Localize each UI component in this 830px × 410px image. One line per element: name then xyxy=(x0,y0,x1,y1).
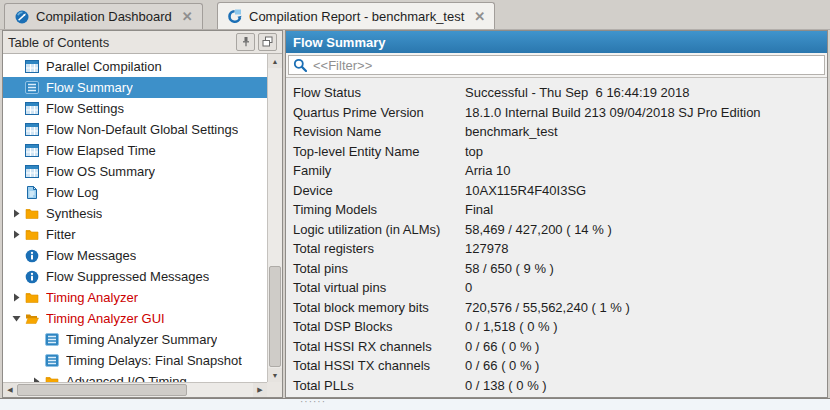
tab-label: Compilation Dashboard xyxy=(36,9,172,24)
toc-item-label: Flow Non-Default Global Settings xyxy=(46,122,238,137)
report-row-value: 0 xyxy=(465,280,472,295)
report-row-total-dsp-blocks[interactable]: Total DSP Blocks0 / 1,518 ( 0 % ) xyxy=(286,317,827,337)
tab-compilation-report[interactable]: Compilation Report - benchmark_test ✕ xyxy=(217,2,495,29)
toc-item-flow-non-default-global-settings[interactable]: Flow Non-Default Global Settings xyxy=(3,119,267,140)
tab-label: Compilation Report - benchmark_test xyxy=(249,9,464,24)
scroll-down-button[interactable]: ▼ xyxy=(268,368,282,382)
report-row-value: Final xyxy=(465,202,493,217)
bottom-dock-edge: ······ xyxy=(0,398,830,410)
report-list-icon xyxy=(45,333,60,346)
expand-collapsed-icon[interactable] xyxy=(7,230,25,239)
vertical-scroll-thumb[interactable] xyxy=(269,266,281,367)
info-icon xyxy=(25,249,40,263)
report-row-label: Total pins xyxy=(286,261,465,276)
filter-box[interactable] xyxy=(288,55,825,75)
report-row-value: top xyxy=(465,144,483,159)
report-row-total-virtual-pins[interactable]: Total virtual pins0 xyxy=(286,278,827,298)
toc-item-flow-elapsed-time[interactable]: Flow Elapsed Time xyxy=(3,140,267,161)
toc-item-flow-messages[interactable]: Flow Messages xyxy=(3,245,267,266)
expand-collapsed-icon[interactable] xyxy=(7,209,25,218)
splitter-grip[interactable]: ······ xyxy=(300,396,326,407)
float-panel-button[interactable] xyxy=(258,33,277,51)
filter-input[interactable] xyxy=(311,57,820,74)
toc-item-timing-analyzer-summary[interactable]: Timing Analyzer Summary xyxy=(3,329,267,350)
compilation-report-icon xyxy=(227,8,243,24)
report-row-value: 0 / 66 ( 0 % ) xyxy=(465,358,539,373)
report-row-value: 58 / 650 ( 9 % ) xyxy=(465,261,554,276)
tab-close-icon[interactable]: ✕ xyxy=(474,9,485,24)
report-row-total-registers[interactable]: Total registers127978 xyxy=(286,239,827,259)
toc-item-flow-summary[interactable]: Flow Summary xyxy=(3,77,267,98)
toc-item-label: Flow Suppressed Messages xyxy=(46,269,209,284)
search-icon xyxy=(293,58,307,72)
report-row-value: 0 / 138 ( 0 % ) xyxy=(465,378,547,393)
report-row-label: Logic utilization (in ALMs) xyxy=(286,222,465,237)
report-row-label: Device xyxy=(286,183,465,198)
report-row-top-level-entity-name[interactable]: Top-level Entity Nametop xyxy=(286,142,827,162)
report-row-total-block-memory-bits[interactable]: Total block memory bits720,576 / 55,562,… xyxy=(286,298,827,318)
folder-icon xyxy=(25,207,40,220)
flow-summary-table: Flow StatusSuccessful - Thu Sep 6 16:44:… xyxy=(286,78,827,397)
report-row-total-hssi-tx-channels[interactable]: Total HSSI TX channels0 / 66 ( 0 % ) xyxy=(286,356,827,376)
toc-item-label: Flow OS Summary xyxy=(46,164,155,179)
report-row-logic-utilization-in-alms[interactable]: Logic utilization (in ALMs)58,469 / 427,… xyxy=(286,220,827,240)
toc-item-label: Synthesis xyxy=(46,206,102,221)
report-row-family[interactable]: FamilyArria 10 xyxy=(286,161,827,181)
toc-item-label: Flow Log xyxy=(46,185,99,200)
report-row-device[interactable]: Device10AX115R4F40I3SG xyxy=(286,181,827,201)
toc-item-label: Flow Settings xyxy=(46,101,124,116)
quartus-report-window: Compilation Dashboard ✕ Compilation Repo… xyxy=(0,0,830,410)
toc-item-synthesis[interactable]: Synthesis xyxy=(3,203,267,224)
scroll-up-button[interactable]: ▲ xyxy=(268,54,282,68)
report-row-revision-name[interactable]: Revision Namebenchmark_test xyxy=(286,122,827,142)
toc-item-label: Flow Messages xyxy=(46,248,136,263)
table-icon xyxy=(25,165,40,178)
report-row-total-pins[interactable]: Total pins58 / 650 ( 9 % ) xyxy=(286,259,827,279)
float-panel-icon xyxy=(262,33,273,51)
report-row-value: 10AX115R4F40I3SG xyxy=(465,183,586,198)
toc-item-advanced-i-o-timing[interactable]: Advanced I/O Timing xyxy=(3,371,267,382)
report-row-timing-models[interactable]: Timing ModelsFinal xyxy=(286,200,827,220)
toc-horizontal-scrollbar[interactable]: ◀ ▶ xyxy=(3,382,267,397)
report-row-value: benchmark_test xyxy=(465,124,558,139)
toc-item-label: Flow Elapsed Time xyxy=(46,143,156,158)
pin-panel-button[interactable] xyxy=(236,33,255,51)
folder-icon xyxy=(45,375,60,382)
scroll-right-button[interactable]: ▶ xyxy=(253,383,267,397)
report-row-label: Total block memory bits xyxy=(286,300,465,315)
expand-expanded-icon[interactable] xyxy=(7,314,25,323)
flow-summary-panel: Flow Summary Flow StatusSuccessful - Thu… xyxy=(285,30,828,398)
toc-item-flow-suppressed-messages[interactable]: Flow Suppressed Messages xyxy=(3,266,267,287)
toc-item-timing-delays-final-snapshot[interactable]: Timing Delays: Final Snapshot xyxy=(3,350,267,371)
report-row-value: 58,469 / 427,200 ( 14 % ) xyxy=(465,222,612,237)
toc-vertical-scrollbar[interactable]: ▲ ▼ xyxy=(267,54,282,382)
report-section-header: Flow Summary xyxy=(286,31,827,53)
toc-item-timing-analyzer-gui[interactable]: Timing Analyzer GUI xyxy=(3,308,267,329)
scroll-left-button[interactable]: ◀ xyxy=(3,383,17,397)
log-file-icon xyxy=(25,186,40,199)
folder-icon xyxy=(25,228,40,241)
toc-tree: Parallel CompilationFlow SummaryFlow Set… xyxy=(3,54,267,382)
report-row-label: Revision Name xyxy=(286,124,465,139)
toc-item-flow-log[interactable]: Flow Log xyxy=(3,182,267,203)
tab-close-icon[interactable]: ✕ xyxy=(182,9,193,24)
folder-open-icon xyxy=(25,312,40,325)
toc-item-fitter[interactable]: Fitter xyxy=(3,224,267,245)
toc-item-label: Timing Analyzer Summary xyxy=(66,332,217,347)
expand-collapsed-icon[interactable] xyxy=(7,293,25,302)
table-icon xyxy=(25,123,40,136)
toc-item-label: Parallel Compilation xyxy=(46,59,162,74)
toc-item-timing-analyzer[interactable]: Timing Analyzer xyxy=(3,287,267,308)
horizontal-scroll-thumb[interactable] xyxy=(17,384,187,396)
table-icon xyxy=(25,144,40,157)
report-row-value: 720,576 / 55,562,240 ( 1 % ) xyxy=(465,300,630,315)
tab-compilation-dashboard[interactable]: Compilation Dashboard ✕ xyxy=(4,3,203,29)
report-row-flow-status[interactable]: Flow StatusSuccessful - Thu Sep 6 16:44:… xyxy=(286,83,827,103)
toc-item-flow-settings[interactable]: Flow Settings xyxy=(3,98,267,119)
info-icon xyxy=(25,270,40,284)
report-row-total-hssi-rx-channels[interactable]: Total HSSI RX channels0 / 66 ( 0 % ) xyxy=(286,337,827,357)
toc-item-parallel-compilation[interactable]: Parallel Compilation xyxy=(3,56,267,77)
report-row-quartus-prime-version[interactable]: Quartus Prime Version18.1.0 Internal Bui… xyxy=(286,103,827,123)
toc-item-flow-os-summary[interactable]: Flow OS Summary xyxy=(3,161,267,182)
report-row-total-plls[interactable]: Total PLLs0 / 138 ( 0 % ) xyxy=(286,376,827,396)
